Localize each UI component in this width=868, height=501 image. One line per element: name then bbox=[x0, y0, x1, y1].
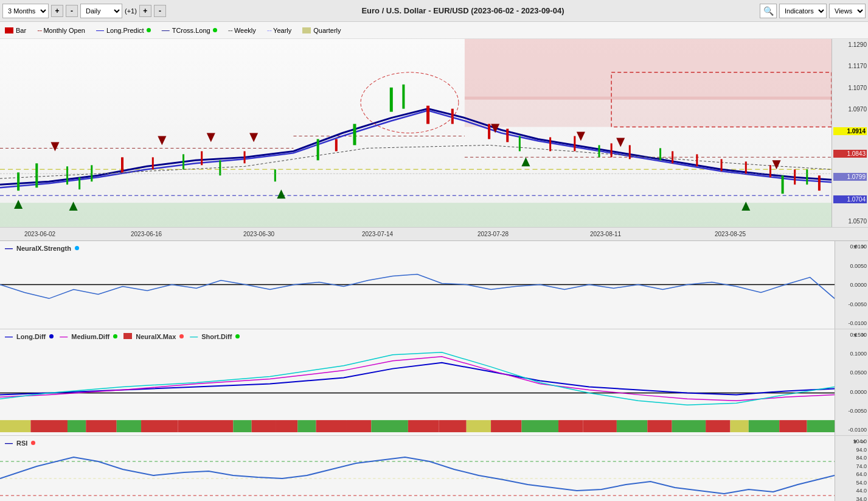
band-red-9 bbox=[347, 420, 371, 432]
legend-bar-item: Bar bbox=[5, 27, 26, 34]
rsi-line-icon: — bbox=[5, 438, 13, 447]
band-red-17 bbox=[779, 420, 807, 432]
neuralx-line bbox=[0, 275, 835, 299]
price-1070: 1.1070 bbox=[833, 85, 867, 91]
price-0704-highlight: 1.0704 bbox=[833, 195, 867, 203]
band-red-14 bbox=[583, 420, 616, 432]
rsi-y-84: 84.0 bbox=[836, 455, 867, 461]
resistance-zone bbox=[465, 39, 832, 100]
diff-collapse-btn[interactable]: ▼ bbox=[852, 332, 858, 338]
rsi-y-34: 34.0 bbox=[836, 496, 867, 501]
arrow-down-8 bbox=[773, 160, 781, 169]
rsi-line bbox=[0, 457, 835, 494]
yearly-label: Yearly bbox=[273, 27, 291, 34]
date-0630: 2023-06-30 bbox=[243, 231, 274, 237]
support-zone bbox=[0, 203, 832, 227]
tcross-dot bbox=[213, 28, 217, 32]
date-0811: 2023-08-11 bbox=[590, 231, 621, 237]
main-chart[interactable]: 1.1290 1.1170 1.1070 1.0970 1.0914 1.084… bbox=[0, 39, 868, 228]
band-red-13 bbox=[558, 420, 583, 432]
band-red-5 bbox=[209, 420, 233, 432]
band-red-15 bbox=[647, 420, 672, 432]
price-0570: 1.0570 bbox=[833, 218, 867, 225]
rsi-y-54: 54.0 bbox=[836, 480, 867, 486]
rsi-dot bbox=[31, 441, 35, 445]
yearly-swatch: - - bbox=[267, 26, 271, 35]
neuralx-collapse-btn[interactable]: ▼ bbox=[852, 243, 858, 250]
rsi-collapse-btn[interactable]: ▼ bbox=[852, 438, 858, 445]
diff-header: — Long.Diff — Medium.Diff NeuralX.Max — … bbox=[5, 332, 240, 341]
long-diff-title: Long.Diff bbox=[16, 333, 46, 340]
band-yellow-2 bbox=[467, 420, 491, 432]
price-1170: 1.1170 bbox=[833, 63, 867, 69]
legend-bar: Bar - - Monthly Open — Long.Predict — TC… bbox=[0, 22, 868, 39]
band-red-6 bbox=[252, 420, 276, 432]
band-red-16 bbox=[706, 420, 730, 432]
band-green-6 bbox=[522, 420, 559, 432]
period-select[interactable]: 3 Months 1 Month 6 Months 1 Year bbox=[2, 4, 49, 18]
views-select[interactable]: Views bbox=[829, 4, 866, 18]
arrow-down-1 bbox=[50, 142, 59, 151]
date-0825: 2023-08-25 bbox=[715, 231, 746, 237]
legend-monthly-open: - - Monthly Open bbox=[37, 26, 85, 35]
neuralx-header: — NeuralX.Strength bbox=[5, 243, 79, 253]
short-diff-title: Short.Diff bbox=[201, 333, 232, 340]
price-0914-highlight: 1.0914 bbox=[833, 127, 867, 135]
neuralx-y-0050: 0.0050 bbox=[836, 263, 867, 269]
resistance-zone-2 bbox=[465, 97, 832, 127]
interval-select[interactable]: Daily Weekly Monthly bbox=[80, 4, 122, 18]
band-green-10 bbox=[807, 420, 835, 432]
tcross-long-label: TCross.Long bbox=[172, 27, 210, 34]
weekly-label: Weekly bbox=[234, 27, 256, 34]
arrow-down-3 bbox=[207, 133, 215, 142]
neuralx-controls: ▼ ✕ bbox=[852, 243, 866, 250]
indicators-select[interactable]: Indicators bbox=[779, 4, 827, 18]
search-button[interactable]: 🔍 bbox=[760, 4, 777, 18]
price-0843-highlight: 1.0843 bbox=[833, 150, 867, 158]
main-chart-svg bbox=[0, 39, 832, 227]
interval-sub-button[interactable]: - bbox=[154, 5, 166, 17]
tcross-long-swatch: — bbox=[162, 26, 170, 35]
arrow-down-4 bbox=[249, 133, 258, 142]
diff-y-0500: 0.0500 bbox=[836, 370, 867, 376]
long-diff-icon: — bbox=[5, 332, 13, 341]
plus1-label: (+1) bbox=[125, 7, 137, 15]
bar-label: Bar bbox=[16, 27, 26, 34]
diff-controls: ▼ ✕ bbox=[852, 332, 866, 338]
short-diff-icon: — bbox=[190, 332, 198, 341]
band-green-9 bbox=[749, 420, 779, 432]
period-add-button[interactable]: + bbox=[51, 5, 63, 17]
period-sub-button[interactable]: - bbox=[66, 5, 78, 17]
short-diff-line bbox=[0, 352, 835, 405]
band-green-2 bbox=[117, 420, 141, 432]
arrow-up-2 bbox=[277, 189, 285, 198]
medium-diff-title: Medium.Diff bbox=[71, 333, 109, 340]
interval-add-button[interactable]: + bbox=[139, 5, 151, 17]
neuralx-max-dot bbox=[179, 334, 184, 338]
price-1290: 1.1290 bbox=[833, 41, 867, 48]
date-0602: 2023-06-02 bbox=[24, 231, 55, 237]
long-predict-label: Long.Predict bbox=[106, 27, 144, 34]
neuralx-line-icon: — bbox=[5, 243, 13, 253]
rsi-title: RSI bbox=[16, 440, 27, 447]
bar-swatch bbox=[5, 27, 13, 33]
diff-close-btn[interactable]: ✕ bbox=[861, 332, 866, 338]
neuralx-y-m0050: -0.0050 bbox=[836, 301, 867, 307]
toolbar: 3 Months 1 Month 6 Months 1 Year + - Dai… bbox=[0, 0, 868, 22]
rsi-close-btn[interactable]: ✕ bbox=[861, 438, 866, 445]
date-0728: 2023-07-28 bbox=[477, 231, 509, 237]
band-red-8 bbox=[316, 420, 347, 432]
neuralx-svg bbox=[0, 241, 835, 329]
legend-yearly: - - Yearly bbox=[267, 26, 291, 35]
diff-svg bbox=[0, 329, 835, 435]
band-green-3 bbox=[233, 420, 251, 432]
rsi-y-64: 64.0 bbox=[836, 471, 867, 477]
main-chart-svg-container bbox=[0, 39, 832, 227]
arrow-up-4 bbox=[521, 157, 530, 166]
neuralx-max-block bbox=[123, 333, 132, 339]
legend-quarterly: Quarterly bbox=[302, 27, 341, 34]
legend-long-predict: — Long.Predict bbox=[96, 26, 151, 35]
neuralx-close-btn[interactable]: ✕ bbox=[861, 243, 866, 250]
band-green-4 bbox=[297, 420, 316, 432]
band-red-1 bbox=[30, 420, 68, 432]
